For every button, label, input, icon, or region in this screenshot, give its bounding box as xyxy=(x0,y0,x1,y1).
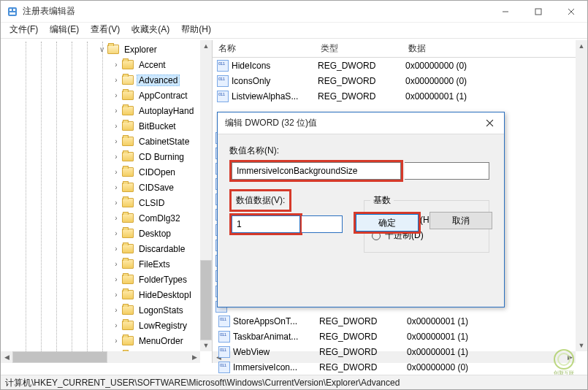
chevron-right-icon[interactable]: › xyxy=(112,137,121,146)
tree-node[interactable]: ›Discardable xyxy=(1,241,200,256)
window-title: 注册表编辑器 xyxy=(23,5,489,18)
folder-icon xyxy=(122,60,134,69)
cell-name: HideIcons xyxy=(232,61,318,71)
dialog-titlebar[interactable]: 编辑 DWORD (32 位)值 xyxy=(218,112,504,134)
folder-icon xyxy=(122,321,134,330)
chevron-right-icon[interactable]: › xyxy=(112,214,121,223)
tree-node-label: CD Burning xyxy=(137,151,186,163)
menu-edit[interactable]: 编辑(E) xyxy=(44,22,85,37)
chevron-right-icon[interactable]: › xyxy=(112,76,121,85)
scroll-up-icon[interactable]: ▲ xyxy=(576,40,587,52)
tree-node[interactable]: ›FolderTypes xyxy=(1,272,200,287)
tree-node[interactable]: ›ComDlg32 xyxy=(1,210,200,226)
chevron-right-icon[interactable]: › xyxy=(112,275,121,284)
tree-node[interactable]: ›Advanced xyxy=(1,72,200,88)
tree-node[interactable]: ›CabinetState xyxy=(1,134,200,149)
dialog-close-button[interactable] xyxy=(475,112,504,134)
ok-button[interactable]: 确定 xyxy=(356,214,419,232)
chevron-down-icon[interactable]: ∨ xyxy=(97,45,106,54)
folder-icon xyxy=(122,336,134,345)
menu-file[interactable]: 文件(F) xyxy=(4,22,44,37)
value-name-input-extra[interactable] xyxy=(405,162,489,180)
chevron-right-icon[interactable]: › xyxy=(112,199,121,207)
cancel-button[interactable]: 取消 xyxy=(429,212,492,229)
table-row[interactable]: TaskbarAnimat...REG_DWORD0x00000001 (1) xyxy=(214,329,574,344)
dialog-buttons: 确定 取消 xyxy=(354,212,492,234)
tree-node-label: LogonStats xyxy=(137,305,186,316)
tree-node-label: LowRegistry xyxy=(137,320,189,332)
folder-icon xyxy=(122,275,134,284)
chevron-right-icon[interactable]: › xyxy=(112,306,121,315)
cell-type: REG_DWORD xyxy=(318,76,405,86)
chevron-right-icon[interactable]: › xyxy=(112,245,121,253)
tree-node[interactable]: ›CD Burning xyxy=(1,149,200,164)
scroll-up-icon[interactable]: ▲ xyxy=(200,40,212,52)
close-button[interactable] xyxy=(554,1,587,23)
table-row[interactable]: WebViewREG_DWORD0x00000001 (1) xyxy=(214,344,574,359)
column-type[interactable]: 类型 xyxy=(315,42,402,55)
tree-node[interactable]: ›CLSID xyxy=(1,195,200,210)
scroll-right-icon[interactable]: ▶ xyxy=(188,351,200,363)
tree-node[interactable]: ›Desktop xyxy=(1,226,200,241)
tree-node[interactable]: ›HideDesktopI xyxy=(1,287,200,302)
table-row[interactable]: HideIconsREG_DWORD0x00000000 (0) xyxy=(213,58,576,73)
dword-icon xyxy=(217,91,229,102)
window-buttons xyxy=(489,1,587,23)
tree-node[interactable]: ›Accent xyxy=(1,57,200,72)
chevron-right-icon[interactable]: › xyxy=(112,183,121,192)
values-list-after[interactable]: StoreAppsOnT...REG_DWORD0x00000001 (1)Ta… xyxy=(214,313,574,375)
folder-icon xyxy=(122,91,134,100)
menu-favorites[interactable]: 收藏夹(A) xyxy=(126,22,175,37)
chevron-right-icon[interactable]: › xyxy=(112,229,121,238)
maximize-button[interactable] xyxy=(522,1,554,23)
tree-node[interactable]: ›AppContract xyxy=(1,88,200,103)
column-data[interactable]: 数据 xyxy=(402,42,587,55)
tree-node[interactable]: ›LogonStats xyxy=(1,302,200,318)
chevron-right-icon[interactable]: › xyxy=(112,122,121,131)
value-data-input-extra[interactable] xyxy=(302,215,343,233)
tree-scrollbar-horizontal[interactable]: ◀ ▶ xyxy=(1,351,200,363)
folder-icon xyxy=(122,152,134,161)
scroll-left-icon[interactable]: ◀ xyxy=(1,351,12,363)
chevron-right-icon[interactable]: › xyxy=(112,61,121,69)
chevron-right-icon[interactable]: › xyxy=(112,168,121,177)
chevron-right-icon[interactable]: › xyxy=(112,91,121,100)
scroll-thumb[interactable] xyxy=(200,260,212,340)
tree-node[interactable]: ›FileExts xyxy=(1,256,200,272)
table-row[interactable]: ImmersiveIcon...REG_DWORD0x00000000 (0) xyxy=(214,359,574,375)
value-data-input[interactable] xyxy=(232,215,300,233)
minimize-button[interactable] xyxy=(489,1,522,23)
tree-node[interactable]: ›CIDOpen xyxy=(1,164,200,180)
table-row[interactable]: ListviewAlphaS...REG_DWORD0x00000001 (1) xyxy=(213,88,576,104)
chevron-right-icon[interactable]: › xyxy=(112,291,121,299)
cell-type: REG_DWORD xyxy=(318,61,405,71)
chevron-right-icon[interactable]: › xyxy=(112,260,121,269)
scroll-down-icon[interactable]: ▼ xyxy=(200,340,212,351)
tree-node[interactable]: ›AutoplayHand xyxy=(1,103,200,118)
dword-icon xyxy=(218,331,230,343)
scroll-thumb[interactable] xyxy=(12,351,107,363)
folder-icon xyxy=(122,106,134,115)
list-scrollbar-vertical[interactable]: ▲ ▼ xyxy=(576,40,587,351)
table-row[interactable]: StoreAppsOnT...REG_DWORD0x00000001 (1) xyxy=(214,313,574,329)
tree-node-label: FileExts xyxy=(137,259,172,270)
menu-help[interactable]: 帮助(H) xyxy=(175,22,217,37)
menu-view[interactable]: 查看(V) xyxy=(85,22,126,37)
tree-node[interactable]: ›LowRegistry xyxy=(1,318,200,333)
column-name[interactable]: 名称 xyxy=(213,42,315,55)
tree-node[interactable]: ›BitBucket xyxy=(1,118,200,134)
chevron-right-icon[interactable]: › xyxy=(112,321,121,330)
cell-name: TaskbarAnimat... xyxy=(233,332,319,342)
tree-node[interactable]: ›MenuOrder xyxy=(1,333,200,348)
value-name-input[interactable] xyxy=(232,162,401,180)
tree-node-explorer[interactable]: ∨ Explorer xyxy=(1,42,200,57)
registry-tree[interactable]: ∨ Explorer ›Accent›Advanced›AppContract›… xyxy=(1,40,200,351)
table-row[interactable]: IconsOnlyREG_DWORD0x00000000 (0) xyxy=(213,73,576,88)
cell-name: ListviewAlphaS... xyxy=(232,91,318,102)
tree-node[interactable]: ›CIDSave xyxy=(1,180,200,195)
chevron-right-icon[interactable]: › xyxy=(112,153,121,161)
values-header[interactable]: 名称 类型 数据 xyxy=(213,40,587,58)
tree-scrollbar-vertical[interactable]: ▲ ▼ xyxy=(200,40,212,351)
chevron-right-icon[interactable]: › xyxy=(112,107,121,115)
chevron-right-icon[interactable]: › xyxy=(112,337,121,345)
